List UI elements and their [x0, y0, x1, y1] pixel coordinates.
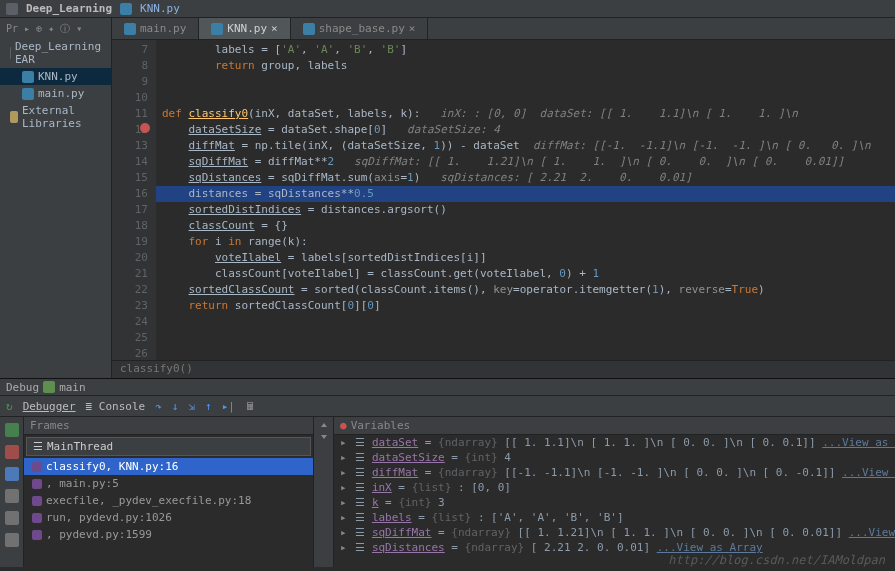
- variable-row[interactable]: ▸ ☰ inX = {list} : [0, 0]: [334, 480, 895, 495]
- navigation-bar: Deep_Learning KNN.py: [0, 0, 895, 18]
- step-into-icon[interactable]: ↓: [172, 400, 179, 413]
- variable-row[interactable]: ▸ ☰ k = {int} 3: [334, 495, 895, 510]
- variable-row[interactable]: ▸ ☰ dataSet = {ndarray} [[ 1. 1.1]\n [ 1…: [334, 435, 895, 450]
- settings-icon[interactable]: [5, 533, 19, 547]
- stack-frame[interactable]: execfile, _pydev_execfile.py:18: [24, 492, 313, 509]
- debug-side-icons: [0, 417, 24, 567]
- stop-icon[interactable]: [5, 445, 19, 459]
- tab-shapebase[interactable]: shape_base.py ×: [291, 18, 429, 39]
- stack-frame[interactable]: classify0, KNN.py:16: [24, 458, 313, 475]
- step-into-my-icon[interactable]: ⇲: [188, 400, 195, 413]
- vars-title: Variables: [351, 419, 411, 432]
- view-breakpoints-icon[interactable]: [5, 489, 19, 503]
- mute-breakpoints-icon[interactable]: [5, 511, 19, 525]
- next-frame-icon[interactable]: [321, 435, 327, 439]
- project-tool-window[interactable]: Pr ▸ ⊕ ✦ ⓘ ▾ Deep_Learning EAR KNN.py ma…: [0, 18, 112, 378]
- line-gutter[interactable]: 7891011121314151617181920212223242526: [112, 40, 156, 360]
- variable-row[interactable]: ▸ ☰ sqDiffMat = {ndarray} [[ 1. 1.21]\n …: [334, 525, 895, 540]
- stack-frame[interactable]: , main.py:5: [24, 475, 313, 492]
- editor-tabs: main.py KNN.py × shape_base.py ×: [112, 18, 895, 40]
- watermark: http://blog.csdn.net/IAMoldpan: [668, 553, 885, 567]
- resume-icon[interactable]: [5, 423, 19, 437]
- breadcrumb[interactable]: classify0(): [112, 360, 895, 378]
- frames-panel: Frames ☰ MainThread classify0, KNN.py:16…: [24, 417, 314, 567]
- source-code[interactable]: labels = ['A', 'A', 'B', 'B'] return gro…: [156, 40, 895, 360]
- folder-icon: [6, 3, 18, 15]
- console-tab[interactable]: ≣ Console: [86, 400, 146, 413]
- thread-selector[interactable]: ☰ MainThread: [26, 437, 311, 456]
- debug-title[interactable]: Debug main: [0, 378, 895, 395]
- tab-main[interactable]: main.py: [112, 18, 199, 39]
- code-editor[interactable]: 7891011121314151617181920212223242526 la…: [112, 40, 895, 360]
- step-over-icon[interactable]: ↷: [155, 400, 162, 413]
- variable-row[interactable]: ▸ ☰ dataSetSize = {int} 4: [334, 450, 895, 465]
- py-icon: [120, 3, 132, 15]
- project-header: Pr ▸ ⊕ ✦ ⓘ ▾: [0, 20, 111, 38]
- stack-frame[interactable]: run, pydevd.py:1026: [24, 509, 313, 526]
- file-main[interactable]: main.py: [0, 85, 111, 102]
- project-name: Deep_Learning: [26, 2, 112, 15]
- tab-knn[interactable]: KNN.py ×: [199, 18, 290, 39]
- restart-icon[interactable]: ↻: [6, 400, 13, 413]
- rerun-icon[interactable]: [5, 467, 19, 481]
- variable-row[interactable]: ▸ ☰ labels = {list} : ['A', 'A', 'B', 'B…: [334, 510, 895, 525]
- debug-toolbar: ↻ Debugger ≣ Console ↷ ↓ ⇲ ↑ ▸| 🖩: [0, 395, 895, 417]
- current-file: KNN.py: [140, 2, 180, 15]
- prev-frame-icon[interactable]: [321, 423, 327, 427]
- debugger-tab[interactable]: Debugger: [23, 400, 76, 413]
- step-out-icon[interactable]: ↑: [205, 400, 212, 413]
- run-to-cursor-icon[interactable]: ▸|: [222, 400, 235, 413]
- breakpoint-icon[interactable]: [140, 123, 150, 133]
- external-libraries[interactable]: External Libraries: [0, 102, 111, 132]
- bug-icon: [43, 381, 55, 393]
- project-root[interactable]: Deep_Learning EAR: [0, 38, 111, 68]
- variables-panel: ● Variables ▸ ☰ dataSet = {ndarray} [[ 1…: [334, 417, 895, 567]
- variable-row[interactable]: ▸ ☰ diffMat = {ndarray} [[-1. -1.1]\n [-…: [334, 465, 895, 480]
- file-knn[interactable]: KNN.py: [0, 68, 111, 85]
- evaluate-icon[interactable]: 🖩: [245, 400, 256, 413]
- stack-frame[interactable]: , pydevd.py:1599: [24, 526, 313, 543]
- frames-title: Frames: [30, 419, 70, 432]
